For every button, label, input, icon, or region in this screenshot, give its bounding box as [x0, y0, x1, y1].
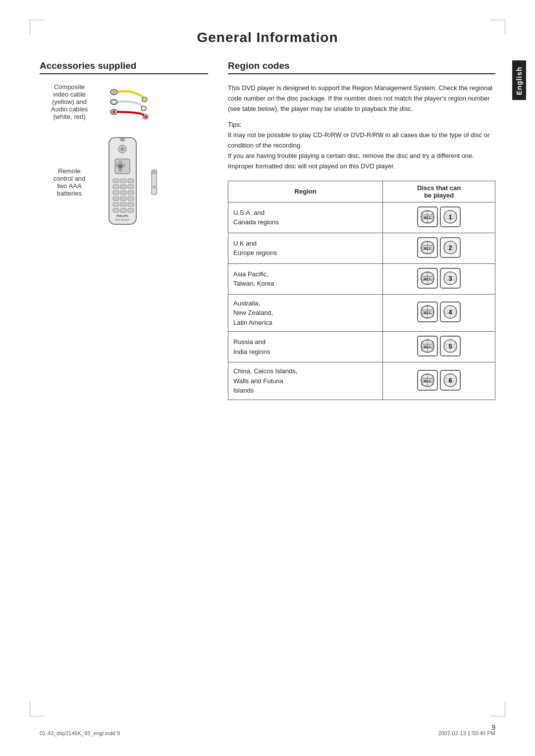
region-codes-body: This DVD player is designed to support t…: [228, 83, 495, 114]
region-name-cell: China, Calcos Islands, Walls and Futuna …: [228, 362, 383, 400]
disc-icon-pair: ALL1: [417, 206, 461, 227]
region-name-cell: Asia Pacific, Taiwan, Korea: [228, 263, 383, 294]
main-content: Accessories supplied Composite video cab…: [40, 60, 495, 400]
corner-mark-bl-h: [30, 716, 45, 716]
region-codes-section: English Region codes This DVD player is …: [228, 60, 495, 400]
svg-rect-33: [120, 202, 126, 206]
accessory-remote: Remote control and two AAA batteries: [40, 135, 208, 229]
disc-icons-cell: ALL4: [383, 294, 495, 332]
accessories-section: Accessories supplied Composite video cab…: [40, 60, 208, 244]
region-name-cell: Russia and India regions: [228, 332, 383, 362]
number-icon: 5: [440, 336, 461, 356]
disc-icon-pair: ALL3: [417, 268, 461, 289]
svg-text:ALL: ALL: [424, 246, 431, 251]
svg-point-3: [144, 98, 146, 101]
svg-point-9: [112, 110, 115, 113]
accessory-cables: Composite video cable (yellow) and Audio…: [40, 83, 208, 120]
disc-icon-pair: ALL2: [417, 237, 461, 258]
region-row: U.S.A. and Canada regionsALL1: [228, 202, 495, 233]
globe-icon: ALL: [417, 268, 438, 289]
disc-icon-pair: ALL5: [417, 336, 461, 356]
svg-text:DVD PLAYER: DVD PLAYER: [115, 219, 130, 221]
page-title: General Information: [40, 30, 495, 46]
svg-point-40: [120, 138, 125, 141]
col-region-header: Region: [228, 181, 383, 202]
remote-with-key: PHILIPS DVD PLAYER: [104, 135, 160, 229]
svg-text:5: 5: [449, 343, 452, 351]
svg-rect-27: [120, 191, 126, 195]
svg-text:ALL: ALL: [424, 310, 431, 315]
svg-point-5: [112, 101, 115, 103]
svg-point-7: [143, 107, 145, 109]
page-number: 9: [491, 723, 495, 731]
remote-illustration: PHILIPS DVD PLAYER: [104, 135, 144, 229]
number-icon: 2: [440, 237, 461, 258]
region-row: Asia Pacific, Taiwan, KoreaALL3: [228, 263, 495, 294]
region-codes-heading: Region codes: [228, 60, 495, 74]
svg-rect-20: [113, 179, 119, 183]
svg-text:PHILIPS: PHILIPS: [116, 214, 128, 217]
svg-rect-29: [113, 197, 119, 201]
region-name-cell: U.S.A. and Canada regions: [228, 202, 383, 233]
corner-mark-bl-v: [30, 702, 30, 716]
svg-rect-34: [128, 202, 134, 206]
footer-right: 2007-02-13 1:50:40 PM: [438, 730, 495, 736]
svg-rect-30: [120, 197, 126, 201]
footer-left: 01-43_dvp3146K_93_engl.indd 9: [40, 730, 120, 736]
region-row: China, Calcos Islands, Walls and Futuna …: [228, 362, 495, 400]
region-name-cell: Australia, New Zealand, Latin America: [228, 294, 383, 332]
svg-text:ALL: ALL: [424, 345, 431, 349]
key-illustration: [147, 167, 160, 197]
disc-icons-cell: ALL2: [383, 233, 495, 263]
region-row: Russia and India regionsALL5: [228, 332, 495, 362]
globe-icon: ALL: [417, 370, 438, 391]
svg-text:ALL: ALL: [424, 215, 431, 220]
svg-rect-32: [113, 202, 119, 206]
disc-icon-pair: ALL6: [417, 370, 461, 391]
cable-label: Composite video cable (yellow) and Audio…: [40, 83, 99, 120]
svg-rect-22: [128, 179, 134, 183]
corner-mark-br-h: [490, 716, 505, 716]
svg-text:6: 6: [449, 377, 452, 384]
corner-mark-br-v: [505, 702, 505, 716]
svg-text:1: 1: [449, 213, 452, 221]
svg-point-1: [112, 91, 115, 94]
svg-text:2: 2: [449, 244, 452, 252]
region-name-cell: U.K and Europe regions: [228, 233, 383, 263]
tips-body: It may not be possible to play CD-R/RW o…: [228, 130, 495, 171]
corner-mark-tr-h: [490, 20, 505, 20]
cable-illustration: [104, 85, 149, 119]
tips-label: Tips:: [228, 121, 495, 128]
disc-icons-cell: ALL6: [383, 362, 495, 400]
globe-icon: ALL: [417, 336, 438, 356]
svg-rect-21: [120, 179, 126, 183]
corner-mark-tl-v: [30, 20, 30, 35]
globe-icon: ALL: [417, 302, 438, 322]
number-icon: 4: [440, 302, 461, 322]
svg-point-14: [120, 147, 124, 151]
page: General Information Accessories supplied…: [0, 0, 535, 756]
svg-rect-26: [113, 191, 119, 195]
svg-rect-31: [128, 197, 134, 201]
region-row: U.K and Europe regionsALL2: [228, 233, 495, 263]
svg-rect-36: [120, 208, 126, 212]
svg-rect-24: [120, 185, 126, 189]
svg-text:4: 4: [449, 309, 453, 316]
globe-icon: ALL: [417, 206, 438, 227]
english-tab: English: [512, 60, 526, 100]
disc-icon-pair: ALL4: [417, 302, 461, 322]
svg-rect-25: [128, 185, 134, 189]
corner-mark-tl-h: [30, 20, 45, 20]
svg-rect-35: [113, 208, 119, 212]
corner-mark-tr-v: [505, 20, 505, 35]
svg-rect-23: [113, 185, 119, 189]
globe-icon: ALL: [417, 237, 438, 258]
region-row: Australia, New Zealand, Latin AmericaALL…: [228, 294, 495, 332]
svg-point-43: [153, 186, 156, 189]
svg-rect-37: [128, 208, 134, 212]
number-icon: 3: [440, 268, 461, 289]
svg-text:3: 3: [449, 275, 452, 282]
svg-rect-42: [152, 170, 156, 174]
svg-rect-28: [128, 191, 134, 195]
col-discs-header: Discs that can be played: [383, 181, 495, 202]
